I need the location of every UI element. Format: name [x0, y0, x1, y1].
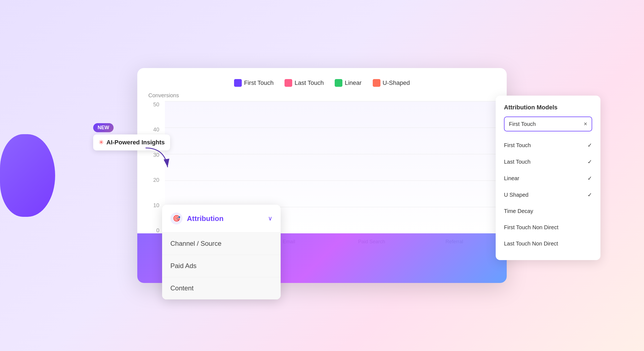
- check-icon: ✓: [587, 191, 592, 198]
- legend-label: First Touch: [244, 79, 273, 87]
- panel-title: Attribution Models: [496, 104, 600, 117]
- close-icon[interactable]: ×: [584, 120, 587, 128]
- attribution-model-item[interactable]: Linear ✓: [496, 170, 600, 187]
- legend-label: Last Touch: [294, 79, 324, 87]
- legend-item: Last Touch: [285, 79, 324, 87]
- attribution-model-item[interactable]: Time Decay: [496, 203, 600, 219]
- dropdown-header-left: 🎯 Attribution: [170, 212, 224, 225]
- legend-color: [373, 79, 380, 87]
- legend-item: U-Shaped: [373, 79, 410, 87]
- chevron-down-icon: ∨: [268, 215, 272, 222]
- check-icon: ✓: [587, 175, 592, 182]
- model-label: U Shaped: [504, 192, 528, 198]
- dropdown-items: Channel / SourcePaid AdsContent: [162, 233, 281, 299]
- dropdown-icon: 🎯: [170, 212, 183, 225]
- dropdown-menu: 🎯 Attribution ∨ Channel / SourcePaid Ads…: [162, 205, 281, 299]
- attribution-model-item[interactable]: First Touch Non Direct: [496, 219, 600, 236]
- y-axis-label: Conversions: [148, 92, 496, 99]
- arrow-icon: [143, 145, 176, 173]
- legend-color: [234, 79, 242, 87]
- model-label: Last Touch Non Direct: [504, 241, 558, 247]
- model-label: Time Decay: [504, 208, 533, 214]
- ai-badge: NEW ✳ AI-Powered Insights: [93, 123, 170, 150]
- dropdown-menu-item[interactable]: Channel / Source: [162, 233, 281, 255]
- panel-items: First Touch ✓ Last Touch ✓ Linear ✓ U Sh…: [496, 137, 600, 252]
- dropdown-header[interactable]: 🎯 Attribution ∨: [162, 205, 281, 233]
- dropdown-menu-item[interactable]: Content: [162, 277, 281, 299]
- selected-model-label: First Touch: [509, 121, 536, 127]
- dropdown-menu-item[interactable]: Paid Ads: [162, 255, 281, 277]
- check-icon: ✓: [587, 158, 592, 165]
- bg-blob: [0, 134, 55, 217]
- attribution-panel: Attribution Models First Touch × First T…: [496, 96, 600, 260]
- star-icon: ✳: [99, 139, 104, 146]
- legend-label: Linear: [345, 79, 361, 87]
- panel-selected-item[interactable]: First Touch ×: [504, 117, 592, 131]
- check-icon: ✓: [587, 142, 592, 148]
- main-card: First Touch Last Touch Linear U-Shaped C…: [137, 68, 507, 283]
- model-label: Last Touch: [504, 159, 530, 165]
- model-label: Linear: [504, 175, 519, 182]
- attribution-model-item[interactable]: First Touch ✓: [496, 137, 600, 153]
- y-axis-value: 20: [148, 177, 159, 183]
- model-label: First Touch: [504, 142, 531, 148]
- y-axis-value: 10: [148, 202, 159, 209]
- dropdown-title: Attribution: [187, 214, 224, 223]
- chart-legend: First Touch Last Touch Linear U-Shaped: [148, 79, 496, 87]
- y-axis-value: 0: [148, 227, 159, 234]
- attribution-model-item[interactable]: Last Touch Non Direct: [496, 236, 600, 252]
- legend-item: First Touch: [234, 79, 273, 87]
- attribution-model-item[interactable]: U Shaped ✓: [496, 187, 600, 203]
- new-label: NEW: [93, 123, 170, 134]
- legend-color: [285, 79, 292, 87]
- legend-item: Linear: [335, 79, 361, 87]
- legend-label: U-Shaped: [383, 79, 410, 87]
- attribution-model-item[interactable]: Last Touch ✓: [496, 153, 600, 170]
- y-axis-value: 50: [148, 101, 159, 108]
- legend-color: [335, 79, 342, 87]
- model-label: First Touch Non Direct: [504, 224, 558, 231]
